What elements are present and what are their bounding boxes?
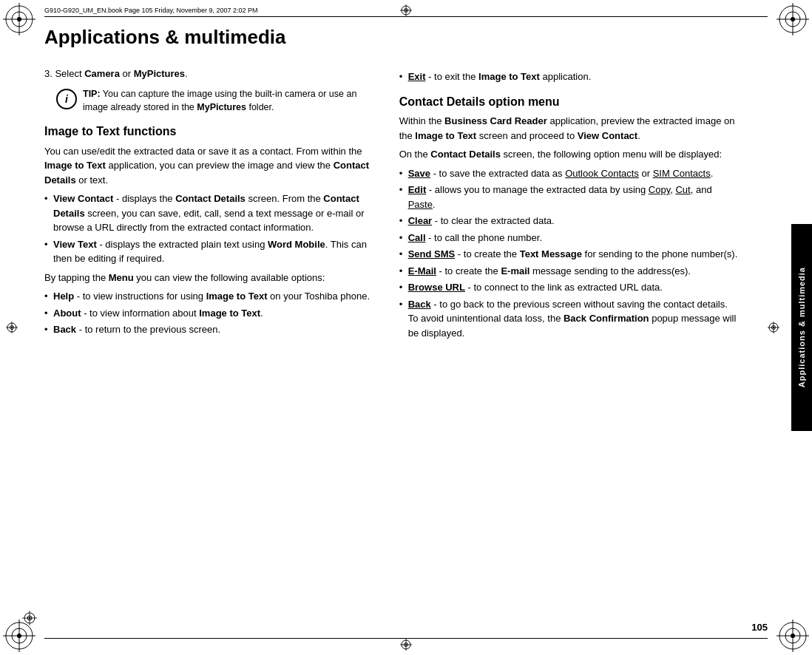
crosshair-left-bottom	[22, 611, 37, 625]
tip-text: TIP: You can capture the image using the…	[83, 87, 385, 114]
crosshair-left-mid	[6, 322, 18, 333]
bullet-browse-url: Browse URL - to connect to the link as e…	[399, 280, 740, 295]
bullet-email: E-Mail - to create the E-mail message se…	[399, 264, 740, 279]
contact-details-bullets: Save - to save the extracted data as Out…	[399, 166, 740, 341]
crosshair-right-mid	[768, 322, 779, 333]
image-to-text-heading: Image to Text functions	[44, 124, 385, 140]
bullet-call: Call - to call the phone number.	[399, 231, 740, 245]
header-filename: G910-G920_UM_EN.book Page 105 Friday, No…	[44, 7, 258, 14]
right-column: Exit - to exit the Image to Text applica…	[399, 67, 740, 625]
sidebar-tab: Applications & multimedia	[791, 224, 812, 431]
bullet-view-contact: View Contact - displays the Contact Deta…	[44, 191, 385, 235]
exit-bullet-list: Exit - to exit the Image to Text applica…	[399, 69, 740, 84]
crosshair-bottom-center	[400, 639, 412, 651]
bullet-save: Save - to save the extracted data as Out…	[399, 166, 740, 181]
contact-details-body: Within the Business Card Reader applicat…	[399, 114, 740, 143]
bullet-about: About - to view information about Image …	[44, 306, 385, 321]
bullet-back: Back - to return to the previous screen.	[44, 322, 385, 337]
page-title: Applications & multimedia	[44, 26, 738, 49]
contact-details-body2: On the Contact Details screen, the follo…	[399, 147, 740, 162]
bullet-view-text: View Text - displays the extracted plain…	[44, 237, 385, 266]
tip-icon: i	[56, 89, 77, 109]
tip-box: i TIP: You can capture the image using t…	[56, 87, 385, 114]
contact-details-heading: Contact Details option menu	[399, 95, 740, 110]
corner-decoration-br	[777, 620, 809, 652]
bullet-edit: Edit - allows you to manage the extracte…	[399, 183, 740, 211]
bullet-back-contact: Back - to go back to the previous screen…	[399, 297, 740, 341]
menu-intro: By tapping the Menu you can view the fol…	[44, 271, 385, 285]
left-column: 3. Select Camera or MyPictures. i TIP: Y…	[44, 67, 385, 625]
image-to-text-body: You can use/edit the extracted data or s…	[44, 144, 385, 188]
bullet-help: Help - to view instructions for using Im…	[44, 289, 385, 304]
sidebar-tab-label: Applications & multimedia	[797, 267, 806, 387]
menu-bullets: Help - to view instructions for using Im…	[44, 289, 385, 337]
step-3-number: 3. Select Camera or MyPictures.	[44, 68, 188, 79]
crosshair-top-center	[400, 4, 412, 16]
main-content: 3. Select Camera or MyPictures. i TIP: Y…	[44, 67, 768, 625]
image-to-text-bullets: View Contact - displays the Contact Deta…	[44, 191, 385, 266]
header-rule	[44, 16, 768, 17]
bullet-exit: Exit - to exit the Image to Text applica…	[399, 69, 740, 84]
bullet-clear: Clear - to clear the extracted data.	[399, 214, 740, 228]
bullet-send-sms: Send SMS - to create the Text Message fo…	[399, 247, 740, 262]
corner-decoration-tr	[777, 3, 809, 35]
step-3: 3. Select Camera or MyPictures.	[44, 67, 385, 81]
corner-decoration-tl	[3, 3, 35, 35]
